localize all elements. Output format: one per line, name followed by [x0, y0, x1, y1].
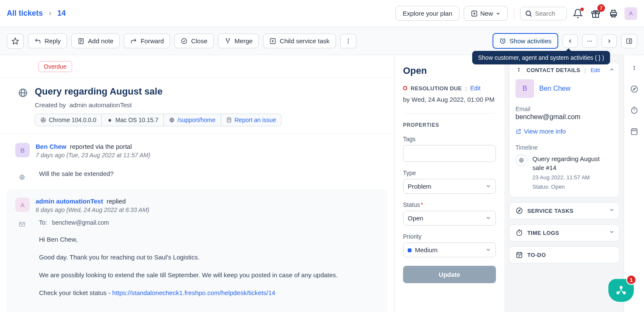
more-horiz-button[interactable] — [582, 34, 597, 48]
chevron-left-icon — [567, 38, 573, 44]
search-input[interactable] — [535, 10, 560, 17]
topnav-right: Explore your plan New 7 A — [395, 6, 637, 21]
show-activities-button[interactable]: Show activities — [493, 33, 558, 49]
panel-toggle-button[interactable] — [621, 34, 637, 48]
chevron-right-icon — [47, 11, 53, 17]
child-task-label: Child service task — [280, 37, 330, 45]
rail-calendar-button[interactable] — [628, 125, 640, 137]
tags-input[interactable] — [403, 145, 496, 162]
stopwatch-icon — [630, 106, 638, 114]
prev-button[interactable] — [563, 34, 578, 48]
contact-edit-link[interactable]: Edit — [591, 67, 600, 73]
breadcrumb-id[interactable]: 14 — [57, 9, 66, 18]
reply-button[interactable]: Reply — [28, 33, 67, 48]
time-logs-panel[interactable]: TIME LOGS — [509, 224, 619, 241]
svg-point-73 — [620, 286, 623, 289]
forward-button[interactable]: Forward — [124, 33, 170, 48]
contact-panel-head[interactable]: CONTACT DETAILS | Edit — [510, 62, 619, 78]
timeline-label: Timeline — [515, 144, 613, 151]
add-note-button[interactable]: Add note — [71, 33, 120, 48]
star-button[interactable] — [7, 33, 24, 49]
svg-line-36 — [42, 120, 43, 121]
service-tasks-panel[interactable]: SERVICE TASKS — [509, 202, 619, 219]
timeline-date: 23 Aug 2022, 11:57 AM — [532, 174, 613, 181]
globe-icon — [18, 88, 28, 98]
svg-point-21 — [348, 40, 349, 41]
next-button[interactable] — [602, 34, 617, 48]
svg-point-25 — [589, 40, 590, 41]
status-select[interactable]: Open — [403, 211, 496, 226]
breadcrumb-root[interactable]: All tickets — [7, 9, 43, 18]
chevron-up-icon — [609, 67, 615, 72]
type-select[interactable]: Problem — [403, 179, 496, 194]
explore-label: Explore your plan — [403, 10, 452, 17]
envelope-icon — [19, 221, 25, 228]
gift-button[interactable]: 7 — [589, 7, 602, 20]
rail-info-button[interactable] — [629, 63, 640, 74]
chip-report[interactable]: Report an issue — [221, 114, 281, 126]
contact-name-link[interactable]: Ben Chew — [539, 85, 571, 92]
type-value: Problem — [408, 183, 431, 190]
printer-button[interactable] — [607, 7, 620, 20]
stopwatch-icon — [515, 229, 523, 237]
fab-button[interactable]: 1 — [608, 279, 634, 302]
rail-compass-button[interactable] — [628, 83, 640, 95]
created-by: Created by admin automationTest — [35, 101, 282, 109]
right-rail — [624, 55, 644, 312]
entry-action: replied — [106, 198, 126, 205]
chip-path-link[interactable]: /support/home — [177, 117, 216, 123]
entry-author[interactable]: Ben Chew — [36, 143, 67, 150]
ticket-status-link[interactable]: https://standalonecheck1.freshpo.com/hel… — [112, 289, 275, 296]
rail-stopwatch-button[interactable] — [628, 104, 640, 116]
contact-avatar: B — [515, 79, 534, 98]
entry-content: Hi Ben Chew, Good day. Thank you for rea… — [39, 234, 379, 298]
compass-icon — [630, 85, 638, 93]
search-icon — [525, 10, 532, 17]
fab-wrap: 1 — [608, 279, 634, 302]
para: Good day. Thank you for reaching out to … — [39, 252, 379, 262]
todo-panel[interactable]: TO-DO — [509, 246, 619, 263]
add-note-label: Add note — [88, 37, 113, 45]
printer-icon — [608, 8, 619, 19]
svg-marker-53 — [518, 210, 521, 212]
external-link-icon — [515, 128, 521, 134]
new-button[interactable]: New — [464, 6, 508, 21]
chevron-down-icon — [485, 247, 491, 253]
chip-report-link[interactable]: Report an issue — [235, 117, 276, 123]
close-button[interactable]: Close — [174, 33, 213, 48]
svg-point-16 — [182, 39, 187, 44]
tags-label: Tags — [403, 136, 496, 142]
todo-label: TO-DO — [527, 252, 546, 258]
user-avatar[interactable]: A — [624, 7, 637, 20]
update-button[interactable]: Update — [403, 266, 496, 283]
status-value: Open — [408, 214, 423, 222]
child-task-button[interactable]: Child service task — [263, 33, 336, 48]
explore-plan-button[interactable]: Explore your plan — [395, 6, 459, 21]
search-box[interactable] — [520, 7, 567, 20]
check-circle-icon — [181, 38, 188, 45]
globe-icon — [515, 154, 527, 166]
chevron-down-icon — [485, 215, 491, 221]
overdue-row: Overdue — [0, 55, 394, 78]
status-label: Status* — [403, 201, 496, 208]
notifications-button[interactable] — [571, 7, 585, 20]
top-nav: All tickets 14 Explore your plan New 7 A — [0, 0, 644, 27]
entry-author[interactable]: admin automationTest — [36, 198, 103, 205]
priority-select[interactable]: Medium — [403, 242, 496, 257]
merge-button[interactable]: Merge — [218, 33, 259, 48]
timeline-item[interactable]: Query regarding August sale #14 23 Aug 2… — [515, 154, 613, 191]
fab-badge: 1 — [626, 275, 636, 285]
svg-point-52 — [516, 208, 522, 214]
svg-rect-58 — [517, 253, 522, 258]
svg-marker-11 — [12, 38, 19, 44]
resolution-edit-link[interactable]: Edit — [470, 85, 480, 92]
svg-point-66 — [631, 108, 637, 113]
more-button[interactable] — [340, 34, 356, 48]
entry-meta: admin automationTest replied — [36, 198, 379, 205]
ticket-column: Overdue Query regarding August sale Crea… — [0, 55, 395, 312]
timeline-status: Status: Open — [532, 183, 613, 191]
chip-path[interactable]: /support/home — [164, 114, 221, 126]
panel-icon — [626, 38, 633, 45]
contact-row: B Ben Chew — [515, 79, 613, 98]
view-more-link[interactable]: View more info — [515, 128, 613, 135]
